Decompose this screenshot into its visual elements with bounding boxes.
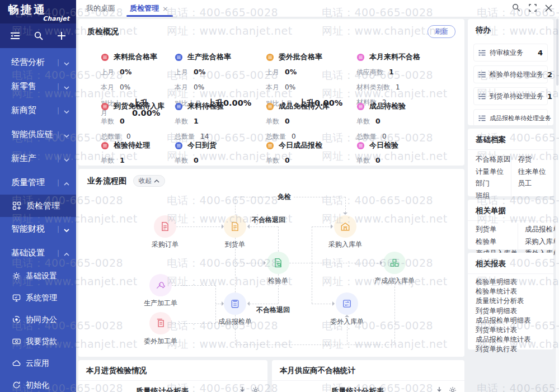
flow-node-purchase-order[interactable] [154,215,176,238]
nav-label: 我要贷款 [26,337,57,347]
nav-label: 质检管理 [26,201,60,211]
sidebar-item-loan[interactable]: 我要贷款 [0,330,76,352]
flow-node-outsource-inbound[interactable] [336,292,358,315]
sidebar-item-initialization[interactable]: 初始化 [0,374,76,392]
gear-icon[interactable] [449,386,457,392]
sidebar-nav: 经营分析 | 新零售 | 新商贸 | 智能供应链 | 新生产 | 质量管理 | [0,48,76,392]
todo-item-pending-audit[interactable]: 待审核业务 4 [473,44,548,62]
chevron-down-icon [64,130,69,140]
rate-coin-icon [356,53,365,62]
todo-item-report-pending[interactable]: 成品报检单待处理业务 0 [473,109,548,127]
collapse-menu-icon[interactable] [10,32,20,40]
stat-incoming-pass-rate: 来料批合格率 上月0% 本月0% 对比上月上升0.00% [101,47,175,96]
nav-label: 基础设置 [26,271,57,281]
rate-coin-icon [101,102,109,111]
refresh-button[interactable]: 刷新 [428,25,455,38]
flow-node-finished-inbound[interactable] [383,252,406,274]
report-link[interactable]: 检验单统计表 [476,287,546,296]
report-link[interactable]: 成品报检单明细表 [476,316,546,325]
stat-finished-pending: 成品待检验 单数0 总数量0 [356,96,459,135]
fullscreen-icon[interactable] [529,3,537,14]
rate-coin-icon [356,102,365,111]
tab-bar: 我的桌面 质检管理 × [86,0,168,17]
scrollbar-thumb[interactable] [556,18,558,86]
panel-title: 相关单据 [468,200,553,220]
gear-icon[interactable] [252,386,260,392]
flow-node-arrival-order[interactable] [224,215,246,238]
sidebar-item-collaboration[interactable]: 协同办公 [0,309,76,330]
flow-node-inspection-order[interactable] [267,252,289,274]
report-link[interactable]: 质量统计分析表 [86,386,238,392]
todo-count: 2 [547,70,552,79]
sidebar-item-quality-management[interactable]: 质量管理 | [0,171,76,195]
sidebar-item-quality-inspection[interactable]: 质检管理 [0,195,76,217]
doc-link[interactable]: 成品报检单 [525,223,559,235]
archives-panel: 基础档案 不合格原因 计量单位 部门 班组 存货 往来单位 员工 [468,129,553,196]
rate-coin-icon [266,141,274,150]
sidebar-item-business-analysis[interactable]: 经营分析 | [0,50,76,74]
stat-finished-exempt: 成品免检待入库 单数0 总数量0 [266,96,356,135]
stat-production-pass-rate: 生产批合格率 上月0% 本月0% 对比上月上升0.00% [175,47,266,96]
report-link[interactable]: 到货单统计表 [476,325,546,335]
sidebar-item-basic-settings-group[interactable]: 基础设置 | [0,241,76,265]
flow-node-production-order[interactable] [149,274,172,296]
search-icon[interactable] [512,3,520,14]
doc-link[interactable]: 采购入库单 [525,235,559,248]
sidebar-item-new-trade[interactable]: 新商贸 | [0,98,76,122]
report-link[interactable]: 质量统计分析表 [280,386,435,392]
stat-incoming-pending: 来料待检验 单数1 总数量14 [175,96,266,135]
panel-title: 本月供应商不合格统计 [280,366,355,376]
report-link[interactable]: 检验单明细表 [476,277,546,287]
rate-coin-icon [266,53,274,62]
archive-link[interactable]: 计量单位 [476,166,511,178]
report-link[interactable]: 到货单执行表 [476,344,546,354]
sidebar-item-new-production[interactable]: 新生产 | [0,147,76,171]
todo-item-inspection-pending[interactable]: 检验单待处理业务 2 [473,65,548,83]
nav-label: 新零售 [11,81,36,92]
outsource-order-icon [156,318,166,328]
flow-edge-label-reject-bottom: 不合格退回 [256,305,290,315]
sidebar-item-smart-finance-tax[interactable]: 智能财税 | [0,217,76,241]
archive-link[interactable]: 存货 [518,153,546,166]
tab-close-icon[interactable]: × [162,4,168,13]
flow-node-report-inspection[interactable] [224,292,246,315]
sidebar-item-cloud-apps[interactable]: 云应用 [0,352,76,374]
download-icon[interactable] [435,386,443,392]
arrival-order-icon [230,221,240,232]
archive-link[interactable]: 往来单位 [518,166,546,178]
gear-icon [12,272,21,280]
panel-title: 相关报表 [468,253,553,273]
tab-quality-inspection[interactable]: 质检管理 × [130,0,168,17]
list-icon [478,113,486,124]
download-icon[interactable] [238,386,246,392]
flow-node-outsource-order[interactable] [149,312,172,334]
sidebar-item-basic-settings[interactable]: 基础设置 [0,265,76,287]
supplier-reject-panel: 本月供应商不合格统计 质量统计分析表 [272,360,464,392]
sidebar-item-system-management[interactable]: 系统管理 [0,287,76,309]
panel-title: 待办 [468,19,553,40]
add-icon[interactable] [57,31,66,40]
report-link[interactable]: 成品报检单统计表 [476,335,546,344]
sidebar-item-smart-supply-chain[interactable]: 智能供应链 | [0,122,76,147]
nav-label: 智能财税 [11,224,45,234]
nav-label: 经营分析 [11,57,45,68]
chevron-down-icon [64,106,69,116]
tab-my-desktop[interactable]: 我的桌面 [86,0,115,17]
doc-link[interactable]: 检验单 [476,235,518,248]
search-icon[interactable] [34,31,43,40]
close-icon[interactable] [545,3,552,14]
archive-link[interactable]: 员工 [518,177,546,190]
topbar: 我的桌面 质检管理 × [76,0,559,17]
report-link[interactable]: 到货单明细表 [476,306,546,316]
todo-panel: 待办 待审核业务 4 检验单待处理业务 2 到货单待处理业务 1 成品报检单待处… [468,19,553,125]
archive-link[interactable]: 不合格原因 [476,153,511,166]
report-link[interactable]: 质量统计分析表 [476,296,546,306]
doc-link[interactable]: 到货单 [476,223,518,235]
sidebar-item-new-retail[interactable]: 新零售 | [0,74,76,98]
list-icon [478,48,486,58]
archive-link[interactable]: 部门 [476,177,511,190]
todo-item-arrival-pending[interactable]: 到货单待处理业务 1 [473,87,548,105]
nav-label: 初始化 [26,380,49,390]
flow-node-purchase-inbound[interactable] [334,215,356,238]
scrollbar[interactable] [555,17,559,392]
